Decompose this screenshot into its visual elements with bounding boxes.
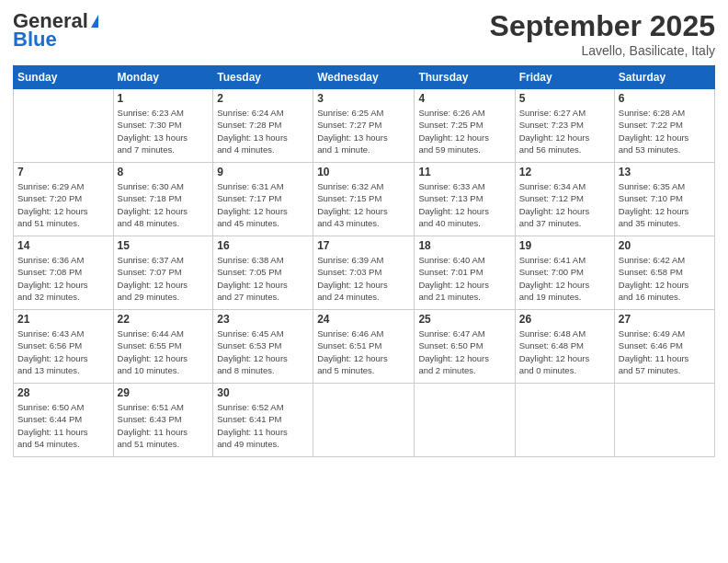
header-wednesday: Wednesday [313, 66, 415, 89]
day-number: 1 [118, 92, 210, 105]
day-info: Sunrise: 6:41 AMSunset: 7:00 PMDaylight:… [519, 254, 610, 303]
day-number: 30 [217, 386, 309, 399]
logo-blue: Blue [13, 29, 57, 50]
day-info: Sunrise: 6:48 AMSunset: 6:48 PMDaylight:… [519, 327, 610, 376]
day-number: 9 [217, 166, 309, 178]
day-number: 25 [418, 313, 510, 326]
day-number: 26 [519, 313, 610, 326]
day-info: Sunrise: 6:43 AMSunset: 6:56 PMDaylight:… [17, 327, 109, 376]
calendar-cell: 6Sunrise: 6:28 AMSunset: 7:22 PMDaylight… [614, 89, 714, 163]
calendar-cell: 19Sunrise: 6:41 AMSunset: 7:00 PMDayligh… [515, 236, 614, 310]
day-number: 20 [619, 239, 711, 252]
day-number: 6 [619, 92, 711, 105]
calendar-cell: 18Sunrise: 6:40 AMSunset: 7:01 PMDayligh… [415, 236, 515, 310]
calendar-cell: 23Sunrise: 6:45 AMSunset: 6:53 PMDayligh… [213, 310, 313, 384]
calendar-cell: 16Sunrise: 6:38 AMSunset: 7:05 PMDayligh… [213, 236, 313, 310]
day-info: Sunrise: 6:37 AMSunset: 7:07 PMDaylight:… [118, 254, 210, 303]
calendar-week-4: 21Sunrise: 6:43 AMSunset: 6:56 PMDayligh… [14, 310, 715, 384]
day-info: Sunrise: 6:26 AMSunset: 7:25 PMDaylight:… [418, 107, 510, 155]
calendar-cell: 21Sunrise: 6:43 AMSunset: 6:56 PMDayligh… [14, 310, 114, 384]
day-number: 23 [217, 313, 309, 326]
day-number: 10 [317, 166, 410, 178]
logo: General Blue [13, 9, 98, 50]
day-info: Sunrise: 6:23 AMSunset: 7:30 PMDaylight:… [118, 107, 210, 155]
day-info: Sunrise: 6:42 AMSunset: 6:58 PMDaylight:… [619, 254, 711, 303]
day-info: Sunrise: 6:25 AMSunset: 7:27 PMDaylight:… [317, 107, 410, 155]
day-number: 19 [519, 239, 610, 252]
day-number: 15 [118, 239, 210, 252]
day-info: Sunrise: 6:39 AMSunset: 7:03 PMDaylight:… [317, 254, 410, 303]
calendar-cell: 29Sunrise: 6:51 AMSunset: 6:43 PMDayligh… [113, 384, 213, 457]
day-number: 13 [619, 166, 711, 178]
calendar-cell: 24Sunrise: 6:46 AMSunset: 6:51 PMDayligh… [313, 310, 415, 384]
day-info: Sunrise: 6:51 AMSunset: 6:43 PMDaylight:… [118, 401, 210, 450]
header-tuesday: Tuesday [213, 66, 313, 89]
calendar-cell [415, 384, 515, 457]
page: General Blue September 2025 Lavello, Bas… [0, 0, 728, 563]
calendar-cell: 8Sunrise: 6:30 AMSunset: 7:18 PMDaylight… [113, 163, 213, 236]
day-number: 12 [519, 166, 610, 178]
calendar-cell [14, 89, 114, 163]
day-number: 28 [17, 386, 109, 399]
calendar-week-2: 7Sunrise: 6:29 AMSunset: 7:20 PMDaylight… [14, 163, 715, 236]
day-number: 21 [17, 313, 109, 326]
day-info: Sunrise: 6:49 AMSunset: 6:46 PMDaylight:… [619, 327, 711, 376]
day-info: Sunrise: 6:34 AMSunset: 7:12 PMDaylight:… [519, 180, 610, 229]
logo-triangle-icon [91, 15, 98, 28]
day-number: 7 [17, 166, 109, 178]
day-number: 16 [217, 239, 309, 252]
calendar-week-5: 28Sunrise: 6:50 AMSunset: 6:44 PMDayligh… [14, 384, 715, 457]
calendar-cell: 4Sunrise: 6:26 AMSunset: 7:25 PMDaylight… [415, 89, 515, 163]
calendar-cell [313, 384, 415, 457]
day-info: Sunrise: 6:44 AMSunset: 6:55 PMDaylight:… [118, 327, 210, 376]
weekday-header-row: Sunday Monday Tuesday Wednesday Thursday… [14, 66, 715, 89]
day-info: Sunrise: 6:28 AMSunset: 7:22 PMDaylight:… [619, 107, 711, 155]
header-saturday: Saturday [614, 66, 714, 89]
day-number: 17 [317, 239, 410, 252]
header-friday: Friday [515, 66, 614, 89]
location: Lavello, Basilicate, Italy [490, 43, 715, 58]
day-info: Sunrise: 6:47 AMSunset: 6:50 PMDaylight:… [418, 327, 510, 376]
day-info: Sunrise: 6:27 AMSunset: 7:23 PMDaylight:… [519, 107, 610, 155]
day-info: Sunrise: 6:45 AMSunset: 6:53 PMDaylight:… [217, 327, 309, 376]
day-info: Sunrise: 6:46 AMSunset: 6:51 PMDaylight:… [317, 327, 410, 376]
day-number: 3 [317, 92, 410, 105]
day-info: Sunrise: 6:24 AMSunset: 7:28 PMDaylight:… [217, 107, 309, 155]
calendar-cell: 5Sunrise: 6:27 AMSunset: 7:23 PMDaylight… [515, 89, 614, 163]
month-title: September 2025 [490, 9, 715, 43]
calendar-cell: 20Sunrise: 6:42 AMSunset: 6:58 PMDayligh… [614, 236, 714, 310]
calendar-cell: 27Sunrise: 6:49 AMSunset: 6:46 PMDayligh… [614, 310, 714, 384]
calendar-cell: 7Sunrise: 6:29 AMSunset: 7:20 PMDaylight… [14, 163, 114, 236]
calendar-cell [614, 384, 714, 457]
calendar-cell [515, 384, 614, 457]
day-info: Sunrise: 6:30 AMSunset: 7:18 PMDaylight:… [118, 180, 210, 229]
day-info: Sunrise: 6:31 AMSunset: 7:17 PMDaylight:… [217, 180, 309, 229]
day-info: Sunrise: 6:38 AMSunset: 7:05 PMDaylight:… [217, 254, 309, 303]
header-monday: Monday [113, 66, 213, 89]
calendar-cell: 9Sunrise: 6:31 AMSunset: 7:17 PMDaylight… [213, 163, 313, 236]
calendar-cell: 26Sunrise: 6:48 AMSunset: 6:48 PMDayligh… [515, 310, 614, 384]
calendar-cell: 11Sunrise: 6:33 AMSunset: 7:13 PMDayligh… [415, 163, 515, 236]
day-number: 27 [619, 313, 711, 326]
day-info: Sunrise: 6:36 AMSunset: 7:08 PMDaylight:… [17, 254, 109, 303]
day-number: 11 [418, 166, 510, 178]
day-number: 22 [118, 313, 210, 326]
calendar-week-3: 14Sunrise: 6:36 AMSunset: 7:08 PMDayligh… [14, 236, 715, 310]
day-number: 14 [17, 239, 109, 252]
day-info: Sunrise: 6:33 AMSunset: 7:13 PMDaylight:… [418, 180, 510, 229]
day-info: Sunrise: 6:32 AMSunset: 7:15 PMDaylight:… [317, 180, 410, 229]
header: General Blue September 2025 Lavello, Bas… [13, 9, 715, 58]
calendar-cell: 14Sunrise: 6:36 AMSunset: 7:08 PMDayligh… [14, 236, 114, 310]
calendar-cell: 17Sunrise: 6:39 AMSunset: 7:03 PMDayligh… [313, 236, 415, 310]
day-number: 2 [217, 92, 309, 105]
header-thursday: Thursday [415, 66, 515, 89]
calendar-week-1: 1Sunrise: 6:23 AMSunset: 7:30 PMDaylight… [14, 89, 715, 163]
calendar-cell: 13Sunrise: 6:35 AMSunset: 7:10 PMDayligh… [614, 163, 714, 236]
calendar-cell: 15Sunrise: 6:37 AMSunset: 7:07 PMDayligh… [113, 236, 213, 310]
calendar-cell: 28Sunrise: 6:50 AMSunset: 6:44 PMDayligh… [14, 384, 114, 457]
day-number: 18 [418, 239, 510, 252]
day-info: Sunrise: 6:29 AMSunset: 7:20 PMDaylight:… [17, 180, 109, 229]
calendar-cell: 1Sunrise: 6:23 AMSunset: 7:30 PMDaylight… [113, 89, 213, 163]
header-sunday: Sunday [14, 66, 114, 89]
day-info: Sunrise: 6:35 AMSunset: 7:10 PMDaylight:… [619, 180, 711, 229]
